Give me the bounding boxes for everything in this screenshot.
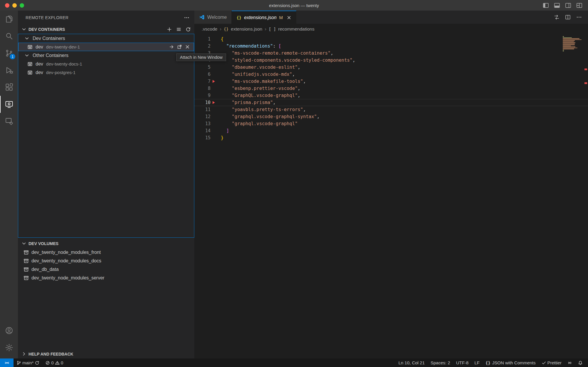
line-number[interactable]: 10: [194, 100, 211, 105]
tree-group-dev-containers[interactable]: Dev Containers: [18, 34, 194, 43]
list-view-icon[interactable]: [176, 27, 181, 32]
volume-item[interactable]: dev_db_data: [18, 265, 194, 274]
refresh-icon[interactable]: [186, 27, 191, 32]
section-dev-volumes[interactable]: DEV VOLUMES: [18, 239, 194, 248]
line-number[interactable]: 14: [194, 128, 211, 133]
tree-group-other-containers[interactable]: Other Containers: [18, 51, 194, 60]
open-changes-icon[interactable]: [554, 14, 560, 20]
container-icon: [27, 61, 33, 67]
code-line[interactable]: 15}: [194, 134, 588, 141]
section-dev-containers[interactable]: DEV CONTAINERS: [18, 25, 194, 34]
run-debug-icon[interactable]: [0, 62, 18, 79]
more-actions-icon[interactable]: [576, 14, 582, 20]
indentation[interactable]: Spaces: 2: [428, 358, 453, 367]
code-line[interactable]: 2 "recommendations": [: [194, 43, 588, 50]
toggle-secondary-sidebar-icon[interactable]: [565, 2, 572, 9]
source-control-icon[interactable]: 1: [0, 45, 18, 62]
containers-icon[interactable]: [0, 113, 18, 130]
cursor-position[interactable]: Ln 10, Col 21: [395, 358, 427, 367]
explorer-icon[interactable]: [0, 11, 18, 28]
breadcrumb-symbol[interactable]: recommendations: [278, 26, 314, 32]
minimap[interactable]: [563, 36, 584, 51]
minimize-window-button[interactable]: [12, 3, 17, 8]
code-editor[interactable]: 1{2 "recommendations": [3 "ms-vscode-rem…: [194, 34, 588, 358]
notifications-bell-icon[interactable]: [575, 358, 586, 367]
chevron-down-icon: [24, 53, 29, 58]
volume-item[interactable]: dev_twenty_node_modules_front: [18, 248, 194, 257]
gutter[interactable]: [211, 101, 221, 104]
broadcast-icon[interactable]: [564, 358, 575, 367]
tab-welcome[interactable]: Welcome: [194, 11, 232, 24]
code-text: "GraphQL.vscode-graphql",: [221, 93, 300, 98]
close-tab-icon[interactable]: [287, 15, 291, 20]
formatter-status[interactable]: Prettier: [539, 358, 564, 367]
line-number[interactable]: 6: [194, 72, 211, 77]
line-number[interactable]: 7: [194, 79, 211, 84]
chevron-down-icon: [21, 241, 26, 246]
json-file-icon: {}: [236, 15, 241, 20]
line-number[interactable]: 1: [194, 36, 211, 42]
code-line[interactable]: 12 "graphql.vscode-graphql-syntax",: [194, 113, 588, 120]
code-text: "ms-vscode.makefile-tools",: [221, 79, 306, 84]
remote-explorer-icon[interactable]: [0, 96, 18, 113]
container-label: dev: [36, 44, 43, 50]
code-line[interactable]: 6 "unifiedjs.vscode-mdx",: [194, 71, 588, 78]
problems-status[interactable]: 0 0: [42, 358, 66, 367]
volume-label: dev_twenty_node_modules_docs: [31, 258, 101, 264]
code-line[interactable]: 10 "prisma.prisma",: [194, 99, 588, 106]
code-line[interactable]: 11 "yoavbls.pretty-ts-errors",: [194, 106, 588, 113]
code-line[interactable]: 8 "esbenp.prettier-vscode",: [194, 85, 588, 92]
attach-icon[interactable]: [169, 44, 174, 49]
minimap-line: [563, 37, 572, 38]
toggle-sidebar-icon[interactable]: [542, 2, 549, 9]
close-window-button[interactable]: [5, 3, 9, 8]
tree-item-dev-twenty-dev-1[interactable]: dev dev-twenty-dev-1: [18, 43, 194, 51]
line-number[interactable]: 9: [194, 93, 211, 98]
line-number[interactable]: 13: [194, 121, 211, 126]
zoom-window-button[interactable]: [20, 3, 24, 8]
code-line[interactable]: 14 ]: [194, 127, 588, 134]
line-number[interactable]: 2: [194, 43, 211, 49]
volume-item[interactable]: dev_twenty_node_modules_docs: [18, 257, 194, 265]
line-number[interactable]: 8: [194, 86, 211, 91]
section-help-feedback[interactable]: HELP AND FEEDBACK: [18, 349, 194, 358]
minimap-line: [563, 41, 574, 42]
tree-item-dev-postgres-1[interactable]: dev dev-postgres-1: [18, 68, 194, 77]
tab-extensions-json[interactable]: {} extensions.json M: [232, 11, 296, 24]
volume-item[interactable]: dev_twenty_node_modules_server: [18, 274, 194, 282]
line-number[interactable]: 15: [194, 135, 211, 140]
code-line[interactable]: 1{: [194, 36, 588, 43]
code-line[interactable]: 3 "ms-vscode-remote.remote-containers",: [194, 50, 588, 57]
add-icon[interactable]: [167, 27, 172, 32]
attach-new-window-icon[interactable]: [177, 44, 182, 49]
close-icon[interactable]: [185, 44, 190, 49]
encoding[interactable]: UTF-8: [453, 358, 472, 367]
account-icon[interactable]: [0, 322, 18, 339]
more-actions-icon[interactable]: [184, 15, 190, 21]
code-line[interactable]: 9 "GraphQL.vscode-graphql",: [194, 92, 588, 99]
settings-gear-icon[interactable]: [0, 339, 18, 356]
code-line[interactable]: 4 "styled-components.vscode-styled-compo…: [194, 57, 588, 64]
code-line[interactable]: 13 "graphql.vscode-graphql": [194, 120, 588, 127]
code-line[interactable]: 7 "ms-vscode.makefile-tools",: [194, 78, 588, 85]
breadcrumb-vscode[interactable]: .vscode: [202, 26, 217, 32]
git-branch-status[interactable]: main*: [14, 358, 42, 367]
breadcrumb-file[interactable]: extensions.json: [231, 26, 262, 32]
line-number[interactable]: 5: [194, 65, 211, 70]
remote-indicator[interactable]: ><: [0, 358, 14, 367]
search-icon[interactable]: [0, 28, 18, 45]
line-number[interactable]: 12: [194, 114, 211, 119]
toggle-panel-icon[interactable]: [554, 2, 560, 9]
json-symbol-icon: {}: [224, 27, 228, 31]
volume-icon: [24, 258, 29, 264]
customize-layout-icon[interactable]: [576, 2, 583, 9]
code-line[interactable]: 5 "dbaeumer.vscode-eslint",: [194, 64, 588, 71]
tree-item-dev-twenty-docs-1[interactable]: dev dev-twenty-docs-1: [18, 60, 194, 68]
gutter[interactable]: [211, 80, 221, 83]
line-number[interactable]: 11: [194, 107, 211, 112]
inline-actions: [169, 44, 194, 49]
extensions-icon[interactable]: [0, 79, 18, 96]
language-mode[interactable]: {} JSON with Comments: [482, 358, 538, 367]
eol[interactable]: LF: [472, 358, 483, 367]
split-editor-icon[interactable]: [565, 14, 571, 20]
